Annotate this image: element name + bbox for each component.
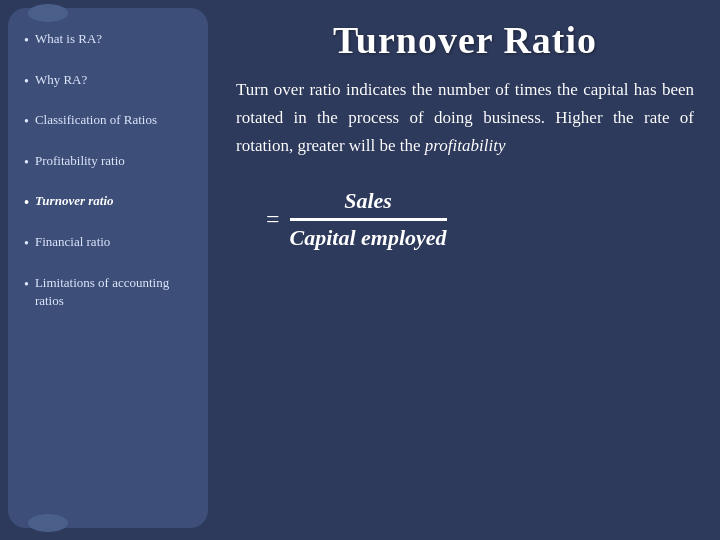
sidebar-item-classification[interactable]: •Classification of Ratios	[18, 107, 198, 136]
bullet-icon: •	[24, 31, 29, 51]
bullet-icon: •	[24, 72, 29, 92]
fraction-denominator: Capital employed	[290, 221, 447, 251]
equals-sign: =	[266, 206, 280, 233]
sidebar-item-label: What is RA?	[35, 30, 192, 48]
sidebar-item-turnover[interactable]: •Turnover ratio	[18, 188, 198, 217]
sidebar-item-label: Limitations of accounting ratios	[35, 274, 192, 310]
bullet-icon: •	[24, 112, 29, 132]
body-text: Turn over ratio indicates the number of …	[236, 76, 694, 160]
sidebar-scroll: •What is RA?•Why RA?•Classification of R…	[8, 8, 208, 528]
fraction-numerator: Sales	[290, 188, 447, 221]
sidebar-item-label: Profitability ratio	[35, 152, 192, 170]
body-text-content: Turn over ratio indicates the number of …	[236, 80, 694, 155]
fraction: Sales Capital employed	[290, 188, 447, 251]
page-title: Turnover Ratio	[236, 18, 694, 62]
sidebar-item-label: Classification of Ratios	[35, 111, 192, 129]
highlight-profitability: profitability	[425, 136, 506, 155]
sidebar-item-profitability[interactable]: •Profitability ratio	[18, 148, 198, 177]
sidebar-item-label: Why RA?	[35, 71, 192, 89]
sidebar-item-label: Financial ratio	[35, 233, 192, 251]
bullet-icon: •	[24, 193, 29, 213]
main-content: Turnover Ratio Turn over ratio indicates…	[218, 8, 712, 532]
sidebar-item-financial[interactable]: •Financial ratio	[18, 229, 198, 258]
sidebar-item-why-ra[interactable]: •Why RA?	[18, 67, 198, 96]
bullet-icon: •	[24, 234, 29, 254]
sidebar-item-limitations[interactable]: •Limitations of accounting ratios	[18, 270, 198, 314]
bullet-icon: •	[24, 275, 29, 295]
sidebar-item-what-is-ra[interactable]: •What is RA?	[18, 26, 198, 55]
sidebar-item-label: Turnover ratio	[35, 192, 192, 210]
formula-section: = Sales Capital employed	[236, 188, 694, 251]
bullet-icon: •	[24, 153, 29, 173]
